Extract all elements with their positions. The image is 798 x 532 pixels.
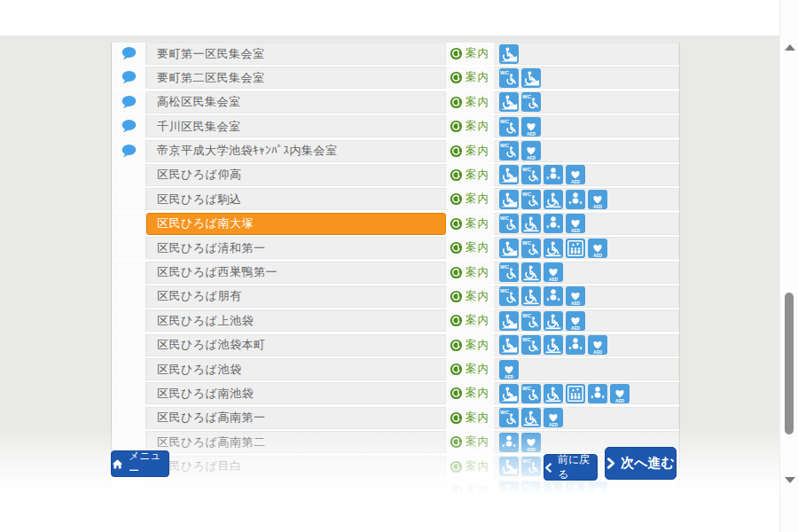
comment-bubble-icon[interactable] bbox=[121, 95, 137, 110]
comment-bubble-cell bbox=[112, 237, 146, 259]
guide-button[interactable]: 案内 bbox=[446, 188, 494, 210]
aed-icon: AED bbox=[544, 262, 563, 282]
comment-bubble-cell bbox=[112, 115, 146, 137]
svg-text:AED: AED bbox=[593, 204, 603, 208]
scrollbar-thumb[interactable] bbox=[785, 293, 794, 434]
aed-icon: AED bbox=[588, 239, 607, 258]
wheelchair-icon bbox=[521, 408, 541, 427]
facility-row: 区民ひろば高南第一案内WC AED bbox=[112, 407, 679, 429]
guide-button[interactable]: 案内 bbox=[446, 309, 494, 332]
guide-button[interactable]: 案内 bbox=[446, 262, 494, 284]
guide-button[interactable]: 案内 bbox=[446, 66, 494, 89]
accessible-toilet-icon: WC bbox=[521, 190, 541, 209]
facility-name[interactable]: 区民ひろば高南第一 bbox=[146, 407, 446, 429]
wheelchair-icon bbox=[521, 214, 541, 233]
guide-button-label: 案内 bbox=[466, 70, 489, 85]
svg-text:AED: AED bbox=[615, 399, 625, 403]
facility-amenity-icons: WC AED bbox=[494, 286, 679, 308]
guide-button-label: 案内 bbox=[466, 265, 489, 280]
guide-button[interactable]: 案内 bbox=[446, 334, 494, 356]
guide-button[interactable]: 案内 bbox=[446, 164, 494, 186]
baby-care-icon bbox=[544, 165, 563, 184]
accessible-toilet-icon: WC bbox=[499, 214, 519, 233]
guide-button[interactable]: 案内 bbox=[446, 91, 494, 113]
facility-name[interactable]: 区民ひろば朋有 bbox=[146, 286, 446, 308]
accessible-toilet-icon: WC bbox=[521, 311, 541, 331]
facility-name[interactable]: 区民ひろば清和第一 bbox=[146, 237, 446, 259]
comment-bubble-cell bbox=[112, 91, 146, 113]
facility-name[interactable]: 帝京平成大学池袋ｷｬﾝﾊﾟｽ内集会室 bbox=[146, 140, 446, 162]
guide-button[interactable]: 案内 bbox=[446, 43, 494, 65]
facility-name[interactable]: 区民ひろば南池袋 bbox=[146, 382, 446, 404]
accessible-toilet-icon: WC bbox=[499, 117, 519, 137]
guide-icon bbox=[450, 192, 463, 206]
facility-amenity-icons: WC AED bbox=[494, 140, 679, 162]
comment-bubble-icon[interactable] bbox=[121, 119, 137, 134]
facility-name[interactable]: 区民ひろば池袋 bbox=[146, 358, 446, 380]
guide-button[interactable]: 案内 bbox=[446, 358, 494, 380]
guide-icon bbox=[450, 120, 463, 133]
facility-name[interactable]: 区民ひろば駒込 bbox=[146, 188, 446, 210]
guide-button[interactable]: 案内 bbox=[446, 213, 494, 235]
facility-amenity-icons: WC bbox=[494, 66, 679, 89]
facility-row: 区民ひろば朋有案内WC AED bbox=[112, 286, 679, 308]
svg-text:WC: WC bbox=[522, 94, 532, 99]
next-button[interactable]: 次へ進む bbox=[605, 447, 677, 480]
back-button[interactable]: 前に戻る bbox=[544, 454, 598, 481]
guide-button-label: 案内 bbox=[466, 216, 489, 231]
comment-bubble-cell bbox=[112, 407, 146, 429]
facility-amenity-icons bbox=[494, 43, 679, 65]
guide-icon bbox=[450, 411, 463, 425]
elevator-icon bbox=[566, 384, 585, 403]
guide-icon bbox=[450, 266, 463, 279]
aed-icon: AED bbox=[499, 360, 519, 379]
guide-button-label: 案内 bbox=[466, 46, 489, 61]
guide-button[interactable]: 案内 bbox=[446, 382, 494, 404]
comment-bubble-icon[interactable] bbox=[121, 144, 137, 159]
svg-text:AED: AED bbox=[593, 253, 603, 257]
comment-bubble-icon[interactable] bbox=[121, 46, 137, 61]
guide-button[interactable]: 案内 bbox=[446, 140, 494, 162]
facility-name[interactable]: 区民ひろば西巣鴨第一 bbox=[146, 262, 446, 284]
facility-name[interactable]: 区民ひろば上池袋 bbox=[146, 309, 446, 332]
scrollbar-up-arrow[interactable] bbox=[785, 44, 795, 51]
guide-button[interactable]: 案内 bbox=[446, 237, 494, 259]
facility-amenity-icons: WC AED bbox=[494, 164, 679, 186]
svg-text:AED: AED bbox=[571, 301, 581, 306]
facility-name[interactable]: 要町第二区民集会室 bbox=[146, 66, 446, 89]
facility-name[interactable]: 区民ひろば仰高 bbox=[146, 164, 446, 186]
chevron-left-icon bbox=[544, 463, 552, 473]
svg-text:AED: AED bbox=[549, 278, 559, 282]
scrollbar-down-arrow[interactable] bbox=[785, 477, 795, 483]
svg-text:AED: AED bbox=[593, 350, 603, 355]
facility-name[interactable]: 要町第一区民集会室 bbox=[146, 43, 446, 65]
svg-text:WC: WC bbox=[522, 191, 532, 196]
guide-icon bbox=[450, 387, 463, 400]
facility-name[interactable]: 千川区民集会室 bbox=[146, 115, 446, 137]
guide-icon bbox=[450, 363, 463, 376]
aed-icon: AED bbox=[566, 311, 585, 331]
svg-text:WC: WC bbox=[522, 386, 532, 391]
guide-button[interactable]: 案内 bbox=[446, 286, 494, 308]
svg-text:AED: AED bbox=[571, 180, 581, 184]
accessible-toilet-icon: WC bbox=[521, 239, 541, 258]
slope-icon bbox=[499, 190, 519, 209]
facility-name[interactable]: 高松区民集会室 bbox=[146, 91, 446, 113]
wheelchair-icon bbox=[521, 286, 541, 306]
svg-text:WC: WC bbox=[522, 167, 532, 172]
comment-bubble-cell bbox=[112, 309, 146, 332]
baby-care-icon bbox=[544, 214, 563, 233]
slope-icon bbox=[499, 384, 519, 403]
guide-button-label: 案内 bbox=[466, 411, 489, 426]
guide-button[interactable]: 案内 bbox=[446, 115, 494, 137]
svg-text:AED: AED bbox=[571, 229, 581, 233]
comment-bubble-cell bbox=[112, 334, 146, 356]
aed-icon: AED bbox=[566, 214, 585, 233]
menu-button[interactable]: メニュー bbox=[111, 450, 169, 477]
guide-button-label: 案内 bbox=[466, 313, 489, 328]
facility-name-selected[interactable]: 区民ひろば南大塚 bbox=[146, 213, 446, 235]
facility-name[interactable]: 区民ひろば池袋本町 bbox=[146, 334, 446, 356]
comment-bubble-icon[interactable] bbox=[121, 70, 137, 85]
guide-button[interactable]: 案内 bbox=[446, 407, 494, 429]
svg-text:WC: WC bbox=[500, 69, 510, 74]
